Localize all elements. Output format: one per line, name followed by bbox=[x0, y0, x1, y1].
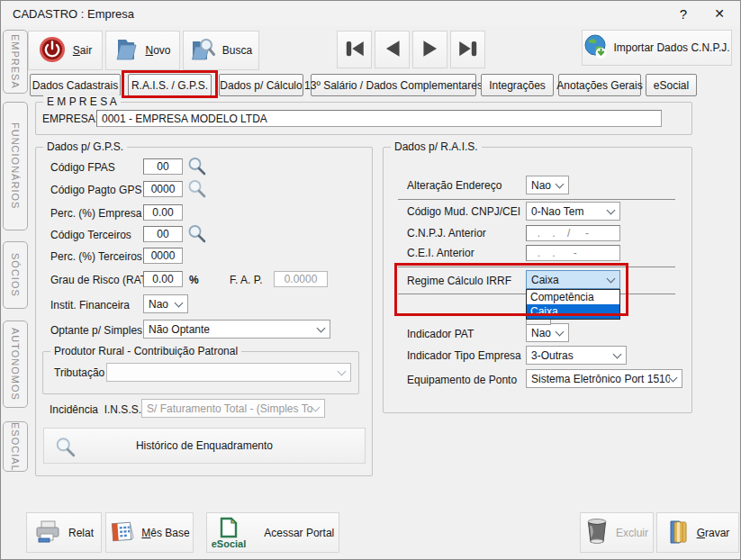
instit-financeira-select[interactable]: Nao bbox=[143, 294, 188, 313]
chevron-down-icon bbox=[312, 402, 321, 411]
empresa-input[interactable]: 0001 - EMPRESA MODELO LTDA bbox=[96, 110, 662, 127]
save-icon bbox=[666, 519, 690, 546]
gravar-button[interactable]: Gravar bbox=[656, 512, 739, 553]
codigo-fpas-label: Código FPAS bbox=[50, 161, 115, 174]
last-record-icon bbox=[456, 37, 480, 63]
search-icon bbox=[55, 437, 77, 461]
incidencia-inss-label: Incidência I.N.S.S. bbox=[50, 403, 141, 416]
indicador-pat-select[interactable]: Nao bbox=[526, 323, 569, 342]
search-icon[interactable] bbox=[187, 157, 207, 176]
tributacao-select bbox=[106, 363, 351, 382]
novo-label: N bbox=[145, 44, 153, 57]
tributacao-label: Tributação bbox=[54, 366, 104, 379]
previous-record-icon bbox=[381, 37, 404, 63]
indicador-tipo-select[interactable]: 3-Outras bbox=[526, 346, 627, 365]
codigo-fpas-input[interactable]: 00 bbox=[143, 158, 183, 175]
printer-icon bbox=[34, 519, 61, 546]
codigo-pagto-gps-input[interactable]: 0000 bbox=[143, 181, 183, 197]
tab-anotacoes-gerais[interactable]: Anotações Gerais bbox=[558, 74, 641, 96]
chevron-down-icon bbox=[317, 323, 326, 332]
tab-rais-gps[interactable]: R.A.I.S. / G.P.S. bbox=[128, 74, 212, 96]
excluir-button[interactable]: Excluir bbox=[580, 512, 654, 553]
next-record-icon bbox=[419, 37, 442, 63]
regime-irrf-label: Regime Cálculo IRRF bbox=[407, 275, 511, 287]
regime-irrf-select[interactable]: Caixa bbox=[526, 270, 620, 289]
close-icon[interactable]: ✕ bbox=[700, 1, 738, 26]
cnpj-anterior-input[interactable]: . . / - bbox=[526, 225, 620, 241]
search-icon[interactable] bbox=[187, 224, 207, 244]
perc-terceiros-label: Perc. (%) Terceiros bbox=[50, 250, 142, 263]
sidebar-tab-funcionarios[interactable]: FUNCIONÁRIOS bbox=[3, 102, 28, 230]
produtor-rural-group: Produtor Rural - Contribuição Patronal T… bbox=[42, 351, 359, 394]
chevron-down-icon bbox=[338, 366, 347, 375]
busca-button[interactable]: Busca bbox=[183, 31, 259, 70]
relat-label: Relat bbox=[68, 527, 94, 539]
first-record-icon bbox=[343, 37, 366, 63]
sair-button[interactable]: Sair bbox=[28, 31, 103, 70]
codigo-mud-select[interactable]: 0-Nao Tem bbox=[526, 202, 620, 221]
novo-button[interactable]: Novo bbox=[105, 31, 180, 70]
empresa-label: EMPRESA: bbox=[42, 113, 98, 125]
tab-dados-cadastrais[interactable]: Dados Cadastrais bbox=[30, 74, 121, 96]
chevron-down-icon bbox=[613, 349, 622, 358]
importar-label: Importar Dados C.N.P.J. bbox=[613, 41, 729, 54]
sidebar-tab-esocial[interactable]: ESOCIAL bbox=[3, 421, 28, 472]
equipamento-ponto-select[interactable]: Sistema Eletrônico Port 1510/20 bbox=[526, 369, 682, 388]
grau-risco-input[interactable]: 0.00 bbox=[143, 271, 183, 287]
excluir-label: Excluir bbox=[616, 527, 648, 539]
grau-risco-label: Grau de Risco (RAT) bbox=[50, 274, 150, 286]
acessar-portal-button[interactable]: eSocial Acessar Portal bbox=[206, 512, 339, 553]
produtor-rural-legend: Produtor Rural - Contribuição Patronal bbox=[50, 345, 241, 357]
acessar-portal-label: Acessar Portal bbox=[264, 527, 334, 539]
perc-terceiros-input[interactable]: 0000 bbox=[143, 248, 183, 264]
mes-base-button[interactable]: Mês Base bbox=[105, 512, 194, 553]
busca-label: Busca bbox=[222, 44, 252, 57]
perc-empresa-input[interactable]: 0.00 bbox=[143, 204, 183, 221]
last-record-button[interactable] bbox=[450, 31, 485, 68]
cei-anterior-input[interactable]: . . - bbox=[526, 245, 620, 261]
fap-label: F. A. P. bbox=[230, 274, 262, 286]
esocial-icon: eSocial bbox=[212, 517, 247, 548]
historico-enquadramento-button[interactable]: Histórico de Enquadramento bbox=[43, 428, 366, 464]
calendar-icon bbox=[109, 519, 134, 546]
tab-13-salario[interactable]: 13º Salário / Dados Complementares bbox=[311, 74, 476, 96]
optante-simples-select[interactable]: Não Optante bbox=[143, 320, 330, 339]
dropdown-option-competencia[interactable]: Competência bbox=[527, 290, 619, 304]
sidebar-tab-empresa[interactable]: EMPRESA bbox=[3, 30, 28, 94]
dropdown-option-caixa[interactable]: Caixa bbox=[527, 304, 619, 319]
next-record-button[interactable] bbox=[412, 31, 447, 68]
alteracao-endereco-select[interactable]: Nao bbox=[526, 176, 569, 194]
separator bbox=[398, 266, 675, 267]
percent-suffix: % bbox=[189, 274, 199, 286]
tab-esocial[interactable]: eSocial bbox=[646, 74, 697, 96]
tab-dados-calculo[interactable]: Dados p/ Cálculo bbox=[219, 74, 303, 96]
indicador-pat-label: Indicador PAT bbox=[407, 328, 474, 340]
globe-download-icon bbox=[583, 34, 609, 62]
historico-label: Histórico de Enquadramento bbox=[136, 439, 273, 452]
chevron-down-icon bbox=[669, 373, 678, 382]
regime-irrf-dropdown-list: Competência Caixa bbox=[526, 289, 620, 320]
chevron-down-icon bbox=[556, 179, 565, 188]
sidebar-tab-socios[interactable]: SÓCIOS bbox=[3, 241, 28, 309]
previous-record-button[interactable] bbox=[375, 31, 410, 68]
search-icon[interactable] bbox=[187, 179, 207, 199]
sidebar-tab-autonomos[interactable]: AUTONOMOS bbox=[3, 321, 28, 408]
hidden-field-fragment bbox=[526, 319, 551, 325]
first-record-button[interactable] bbox=[337, 31, 372, 68]
relat-button[interactable]: Relat bbox=[26, 512, 102, 553]
power-icon bbox=[39, 36, 66, 66]
equipamento-ponto-label: Equipamento de Ponto bbox=[407, 374, 517, 386]
perc-empresa-label: Perc. (%) Empresa bbox=[50, 207, 141, 220]
codigo-terceiros-input[interactable]: 00 bbox=[143, 226, 183, 242]
dados-rais-legend: Dados p/ R.A.I.S. bbox=[391, 140, 482, 153]
importar-dados-cnpj-button[interactable]: Importar Dados C.N.P.J. bbox=[582, 30, 732, 66]
empresa-group: E M P R E S A EMPRESA: 0001 - EMPRESA MO… bbox=[35, 102, 692, 135]
window-title: CADASTRO : Empresa bbox=[13, 7, 134, 21]
fap-input: 0.0000 bbox=[274, 271, 328, 287]
tab-integracoes[interactable]: Integrações bbox=[481, 74, 554, 96]
folder-icon bbox=[114, 37, 138, 65]
help-button[interactable]: ? bbox=[664, 1, 702, 26]
trash-icon bbox=[585, 518, 609, 547]
chevron-down-icon bbox=[607, 274, 616, 283]
alteracao-endereco-label: Alteração Endereço bbox=[407, 179, 502, 192]
